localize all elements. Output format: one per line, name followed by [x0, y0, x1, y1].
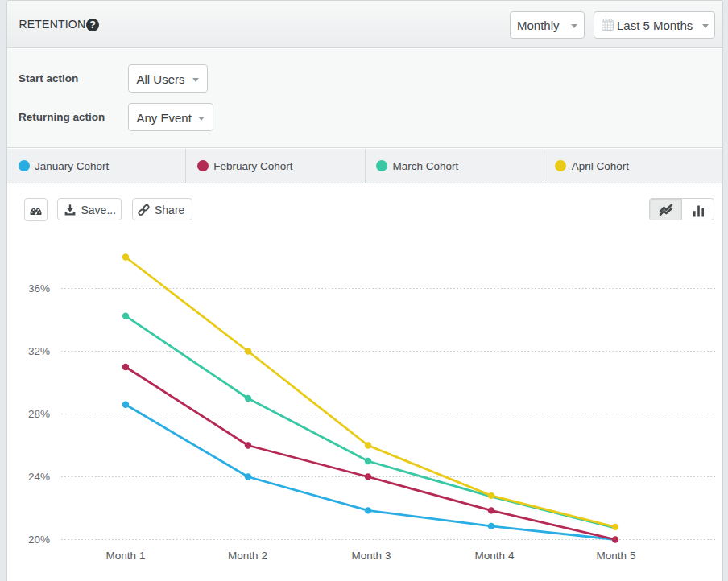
svg-text:Month 1: Month 1 — [106, 550, 146, 562]
svg-text:28%: 28% — [28, 408, 50, 420]
svg-text:36%: 36% — [28, 282, 50, 295]
svg-text:20%: 20% — [28, 534, 50, 546]
svg-text:Month 5: Month 5 — [597, 550, 636, 562]
svg-text:24%: 24% — [28, 471, 50, 483]
svg-text:Month 2: Month 2 — [228, 550, 267, 562]
svg-text:Month 4: Month 4 — [475, 550, 515, 562]
svg-text:Month 3: Month 3 — [352, 550, 391, 562]
svg-text:32%: 32% — [28, 345, 50, 357]
